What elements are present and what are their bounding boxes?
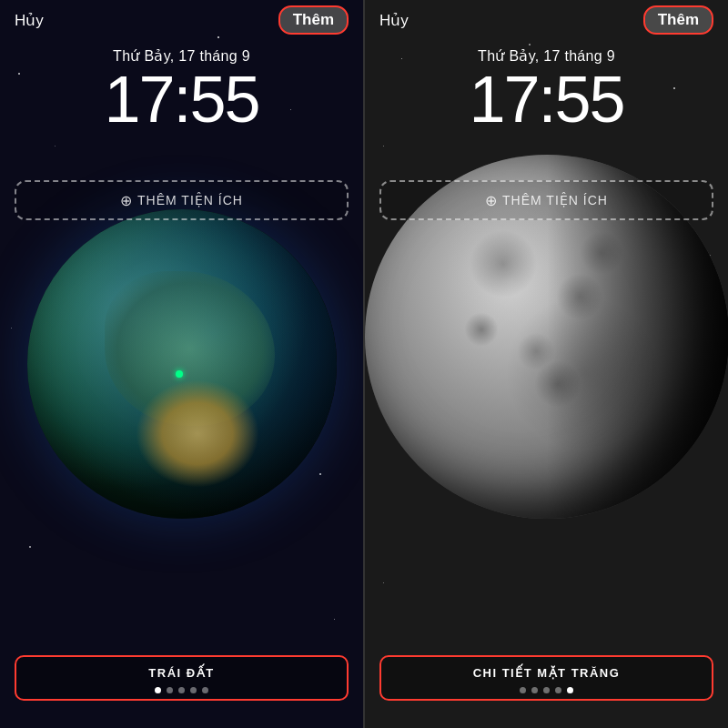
earth-cancel-button[interactable]: Hủy bbox=[15, 11, 44, 30]
moon-dots-row bbox=[392, 687, 701, 693]
earth-globe bbox=[27, 209, 337, 519]
earth-add-button[interactable]: Thêm bbox=[278, 5, 349, 35]
moon-time: 17:55 bbox=[365, 66, 728, 132]
dot-5 bbox=[202, 687, 208, 693]
earth-atmosphere bbox=[27, 209, 337, 519]
moon-dot-3 bbox=[543, 687, 550, 693]
earth-datetime: Thứ Bảy, 17 tháng 9 17:55 bbox=[0, 47, 363, 132]
earth-sphere bbox=[27, 209, 337, 519]
moon-add-button[interactable]: Thêm bbox=[643, 5, 713, 35]
moon-bottom-bar: CHI TIẾT MẶT TRĂNG bbox=[379, 655, 713, 701]
moon-plus-icon: ⊕ bbox=[485, 192, 497, 209]
moon-wallpaper-name: CHI TIẾT MẶT TRĂNG bbox=[392, 666, 701, 680]
earth-panel: Hủy Thêm Thứ Bảy, 17 tháng 9 17:55 ⊕ THÊ… bbox=[0, 0, 363, 728]
moon-panel: Hủy Thêm Thứ Bảy, 17 tháng 9 17:55 ⊕ THÊ… bbox=[365, 0, 728, 728]
earth-widget-area[interactable]: ⊕ THÊM TIỆN ÍCH bbox=[15, 180, 349, 220]
moon-cancel-button[interactable]: Hủy bbox=[379, 11, 409, 30]
earth-bottom-bar: TRÁI ĐẤT bbox=[15, 655, 349, 701]
earth-wallpaper-name: TRÁI ĐẤT bbox=[27, 666, 336, 680]
dot-3 bbox=[178, 687, 185, 693]
earth-label-box: TRÁI ĐẤT bbox=[15, 655, 349, 701]
earth-widget-label: THÊM TIỆN ÍCH bbox=[137, 193, 243, 207]
moon-dot-5 bbox=[567, 687, 573, 693]
earth-top-bar: Hủy Thêm bbox=[0, 0, 363, 40]
moon-label-box: CHI TIẾT MẶT TRĂNG bbox=[379, 655, 713, 701]
moon-dot-1 bbox=[520, 687, 526, 693]
moon-widget-label: THÊM TIỆN ÍCH bbox=[502, 193, 608, 207]
moon-dot-2 bbox=[531, 687, 538, 693]
earth-time: 17:55 bbox=[0, 66, 363, 132]
earth-dots-row bbox=[27, 687, 336, 693]
dot-1 bbox=[155, 687, 161, 693]
dot-2 bbox=[167, 687, 173, 693]
plus-icon: ⊕ bbox=[120, 192, 132, 209]
dot-4 bbox=[190, 687, 197, 693]
moon-widget-area[interactable]: ⊕ THÊM TIỆN ÍCH bbox=[379, 180, 713, 220]
moon-globe bbox=[365, 155, 728, 610]
moon-top-bar: Hủy Thêm bbox=[365, 0, 728, 40]
moon-datetime: Thứ Bảy, 17 tháng 9 17:55 bbox=[365, 47, 728, 132]
moon-dot-4 bbox=[555, 687, 561, 693]
earth-location-dot bbox=[176, 370, 183, 378]
